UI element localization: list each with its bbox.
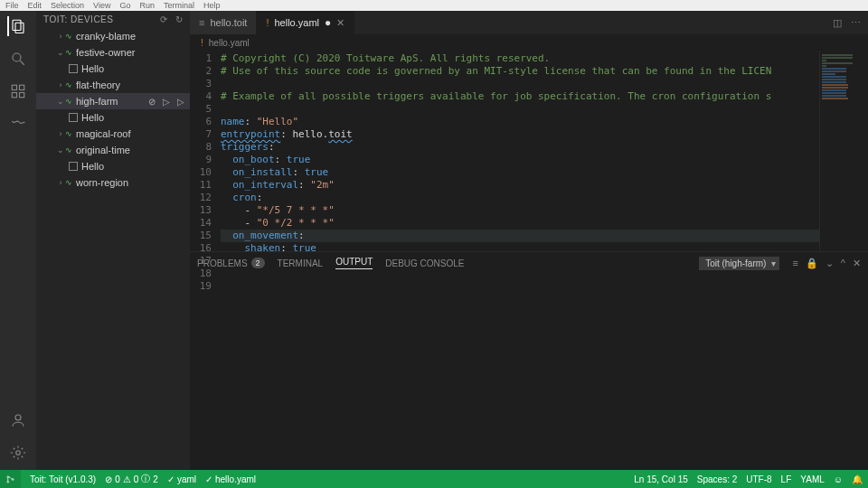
editor-area: ≡hello.toit!hello.yaml●✕◫⋯ ! hello.yaml … (190, 11, 868, 470)
modified-dot: ● (325, 16, 331, 29)
gear-icon[interactable] (8, 443, 28, 463)
menu-selection[interactable]: Selection (51, 1, 84, 10)
menu-go[interactable]: Go (119, 1, 130, 10)
svg-point-9 (16, 451, 21, 455)
device-magical-roof[interactable]: ›∿magical-roof (36, 126, 190, 142)
account-icon[interactable] (8, 410, 28, 430)
svg-rect-7 (20, 93, 24, 98)
app-hello[interactable]: Hello (36, 61, 190, 77)
device-original-time[interactable]: ⌄∿original-time (36, 142, 190, 158)
extensions-icon[interactable] (8, 81, 28, 101)
status-bar: Toit: Toit (v1.0.3) ⊘0 ⚠0 ⓘ2 ✓ yaml ✓ he… (0, 470, 868, 488)
refresh-icon[interactable]: ⟳ (160, 14, 168, 24)
menu-help[interactable]: Help (203, 1, 221, 10)
device-cranky-blame[interactable]: ›∿cranky-blame (36, 28, 190, 44)
panel-tab-output[interactable]: OUTPUT (335, 257, 373, 269)
svg-point-11 (7, 481, 9, 483)
menu-file[interactable]: File (5, 1, 19, 10)
device-festive-owner[interactable]: ⌄∿festive-owner (36, 44, 190, 61)
svg-rect-4 (12, 85, 16, 89)
tab-hello-yaml[interactable]: !hello.yaml●✕ (257, 11, 354, 34)
tab-bar: ≡hello.toit!hello.yaml●✕◫⋯ (190, 11, 868, 34)
search-icon[interactable] (8, 49, 28, 69)
device-tree: ›∿cranky-blame⌄∿festive-ownerHello›∿flat… (36, 28, 190, 470)
feedback-icon[interactable]: ☺ (834, 474, 843, 484)
bottom-panel: PROBLEMS2TERMINALOUTPUTDEBUG CONSOLEToit… (190, 251, 868, 470)
file-icon: ! (266, 17, 269, 28)
line-gutter: 12345678910111213141516171819 (190, 51, 221, 251)
app-hello[interactable]: Hello (36, 109, 190, 126)
status-encoding[interactable]: UTF-8 (746, 474, 771, 484)
lock-icon[interactable]: 🔒 (806, 258, 818, 269)
clear-icon[interactable]: ≡ (792, 258, 797, 269)
svg-point-2 (13, 53, 21, 61)
svg-rect-0 (13, 20, 21, 30)
breadcrumb-label: hello.yaml (209, 38, 250, 48)
status-diagnostics[interactable]: ⊘0 ⚠0 ⓘ2 (105, 473, 158, 485)
play-icon[interactable]: ▷ (161, 97, 172, 107)
status-check-yaml[interactable]: ✓ yaml (167, 474, 196, 484)
deploy-icon[interactable]: ▷ (175, 97, 186, 107)
menu-edit[interactable]: Edit (28, 1, 42, 10)
bell-icon[interactable]: 🔔 (852, 474, 863, 484)
explorer-icon[interactable] (7, 16, 27, 36)
status-lang[interactable]: YAML (800, 474, 825, 484)
maximize-icon[interactable]: ^ (841, 258, 845, 269)
status-branch[interactable]: Toit: Toit (v1.0.3) (30, 474, 96, 484)
output-channel-select[interactable]: Toit (high-farm) (699, 257, 779, 270)
menu-run[interactable]: Run (139, 1, 155, 10)
file-icon: ≡ (199, 17, 204, 28)
svg-rect-6 (12, 93, 16, 98)
panel-tab-debug-console[interactable]: DEBUG CONSOLE (385, 258, 464, 268)
panel-tabs: PROBLEMS2TERMINALOUTPUTDEBUG CONSOLEToit… (190, 252, 868, 274)
sidebar-header: TOIT: DEVICES ⟳ ↻ (36, 11, 190, 28)
collapse-icon[interactable]: ⌄ (826, 258, 834, 269)
close-icon[interactable]: ✕ (336, 17, 344, 29)
app-hello[interactable]: Hello (36, 158, 190, 174)
split-icon[interactable]: ◫ (833, 17, 842, 29)
device-high-farm[interactable]: ⌄∿high-farm⊘▷▷ (36, 93, 190, 109)
status-indent[interactable]: Spaces: 2 (697, 474, 737, 484)
stop-icon[interactable]: ⊘ (146, 97, 157, 107)
device-worn-region[interactable]: ›∿worn-region (36, 174, 190, 191)
status-cursor[interactable]: Ln 15, Col 15 (634, 474, 688, 484)
toit-icon[interactable] (8, 114, 28, 134)
tab-hello-toit[interactable]: ≡hello.toit (190, 11, 257, 34)
device-flat-theory[interactable]: ›∿flat-theory (36, 77, 190, 93)
svg-point-10 (7, 475, 9, 477)
minimap[interactable] (819, 51, 868, 251)
menu-view[interactable]: View (93, 1, 110, 10)
output-content[interactable] (190, 274, 868, 470)
vc-branch-icon[interactable] (0, 470, 21, 488)
sync-icon[interactable]: ↻ (175, 14, 184, 24)
svg-rect-5 (20, 85, 24, 89)
menu-terminal[interactable]: Terminal (164, 1, 194, 10)
status-check-file[interactable]: ✓ hello.yaml (205, 474, 256, 484)
panel-tab-terminal[interactable]: TERMINAL (278, 258, 324, 268)
code-editor[interactable]: 12345678910111213141516171819 # Copyrigh… (190, 51, 868, 251)
vscode-app: TOIT: DEVICES ⟳ ↻ ›∿cranky-blame⌄∿festiv… (0, 11, 868, 488)
sidebar: TOIT: DEVICES ⟳ ↻ ›∿cranky-blame⌄∿festiv… (36, 11, 190, 470)
breadcrumb[interactable]: ! hello.yaml (190, 34, 868, 51)
close-panel-icon[interactable]: ✕ (853, 258, 861, 269)
svg-line-3 (20, 61, 24, 65)
sidebar-title: TOIT: DEVICES (43, 14, 113, 24)
more-icon[interactable]: ⋯ (851, 17, 861, 29)
svg-point-8 (15, 415, 21, 420)
code-content[interactable]: # Copyright (C) 2020 Toitware ApS. All r… (221, 51, 819, 251)
activity-bar (0, 11, 36, 470)
status-eol[interactable]: LF (781, 474, 792, 484)
svg-rect-1 (15, 23, 24, 33)
os-menubar: FileEditSelectionViewGoRunTerminalHelp (0, 0, 868, 11)
file-icon: ! (201, 38, 203, 48)
